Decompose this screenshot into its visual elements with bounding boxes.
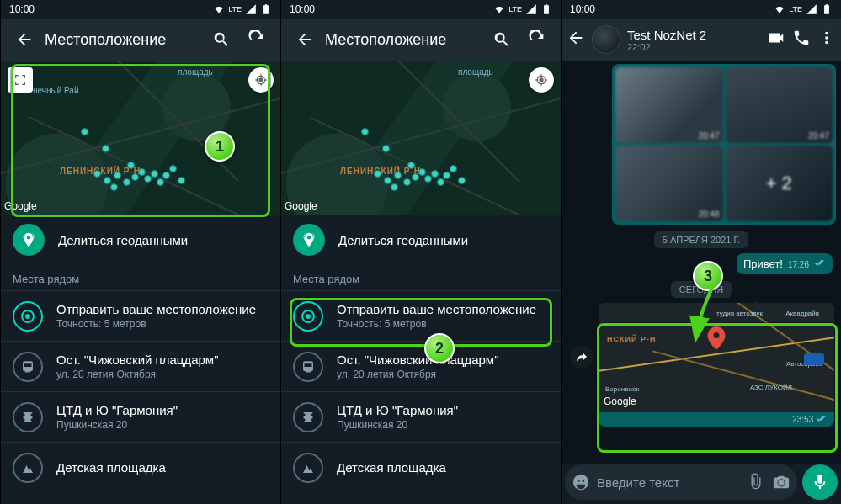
send-current-location-row[interactable]: Отправить ваше местоположение Точность: … (1, 290, 280, 341)
media-time: 20:47 (808, 131, 829, 141)
google-logo: Google (604, 395, 636, 407)
statusbar-time: 10:00 (570, 3, 595, 15)
google-logo: Google (285, 200, 317, 212)
panel-location-2: 10:00 LTE Местоположение ЛЕНИНСКИЙ Р-Н п… (280, 0, 561, 504)
search-button[interactable] (206, 24, 237, 55)
nearby-place-row[interactable]: Детская площадка (281, 442, 561, 492)
crosshair-icon (254, 73, 268, 87)
location-map-thumbnail: НСКИЙ Р-Н тудия автозвук Аквадрайв Автос… (599, 303, 834, 412)
back-button[interactable] (567, 29, 585, 50)
ticket-icon (293, 402, 323, 432)
network-label: LTE (508, 5, 522, 13)
chat-toolbar: Test NozNet 2 22:02 (562, 19, 841, 61)
media-cell[interactable]: 20:47 (615, 67, 723, 143)
nearby-place-row[interactable]: Детская площадка (1, 442, 280, 492)
panel-location-1: 10:00 LTE Местоположение ЛЕНИНСКИЙ Р-Н п… (0, 0, 280, 504)
wifi-icon (493, 3, 505, 15)
loc-district-label: НСКИЙ Р-Н (607, 335, 656, 343)
mic-button[interactable] (802, 464, 838, 500)
item-subtitle: Пушкинская 20 (56, 419, 178, 431)
live-location-icon (13, 224, 45, 256)
item-subtitle: ул. 20 летия Октября (56, 369, 218, 380)
back-button[interactable] (290, 24, 320, 55)
my-location-button[interactable] (248, 67, 274, 93)
phone-icon (792, 29, 811, 47)
refresh-button[interactable] (242, 24, 272, 55)
media-cell[interactable]: 20:48 (615, 146, 723, 221)
chat-last-seen: 22:02 (627, 42, 760, 52)
nearby-header: Места рядом (281, 264, 561, 290)
nearby-place-row[interactable]: Ост. "Чижовский плацдарм" ул. 20 летия О… (1, 341, 280, 391)
nearby-place-row[interactable]: Ост. "Чижовский плацдарм" ул. 20 летия О… (281, 341, 561, 391)
item-subtitle: ул. 20 летия Октября (337, 369, 498, 380)
map-preview[interactable]: ЛЕНИНСКИЙ Р-Н площадь нечный Рай Google (1, 61, 280, 215)
read-tick-icon (814, 259, 826, 268)
chat-name: Test NozNet 2 (627, 28, 760, 42)
battery-icon (821, 3, 833, 15)
media-time: 20:48 (698, 210, 719, 219)
signal-icon (525, 3, 537, 15)
voice-call-button[interactable] (792, 29, 811, 50)
statusbar-time: 10:00 (290, 3, 315, 15)
refresh-icon (248, 30, 266, 49)
page-title: Местоположение (45, 31, 201, 49)
item-subtitle: Точность: 5 метров (56, 318, 256, 330)
location-message[interactable]: НСКИЙ Р-Н тудия автозвук Аквадрайв Автос… (599, 303, 834, 427)
emoji-icon[interactable] (572, 473, 590, 491)
send-current-location-row[interactable]: Отправить ваше местоположение Точность: … (281, 290, 561, 341)
chat-title-block[interactable]: Test NozNet 2 22:02 (627, 28, 760, 52)
item-title: Отправить ваше местоположение (56, 302, 256, 316)
media-cell-more[interactable]: + 2 (726, 146, 833, 221)
statusbar-time: 10:00 (9, 3, 35, 15)
wifi-icon (774, 3, 785, 15)
refresh-button[interactable] (522, 24, 552, 55)
ticket-icon (13, 402, 43, 432)
search-icon (492, 30, 511, 49)
media-album[interactable]: 20:47 20:47 20:48 + 2 (612, 64, 836, 225)
map-markers (365, 136, 517, 204)
network-label: LTE (789, 5, 802, 13)
forward-icon (575, 350, 588, 363)
live-location-icon (293, 224, 325, 256)
message-bubble[interactable]: Привет! 17:26 (737, 253, 833, 274)
video-icon (767, 29, 785, 47)
forward-button[interactable] (570, 345, 593, 369)
message-input[interactable]: Введите текст (565, 464, 797, 500)
statusbar: 10:00 LTE (562, 0, 841, 19)
item-title: Детская площадка (337, 460, 446, 475)
fullscreen-button[interactable] (8, 67, 33, 93)
attach-icon[interactable] (747, 473, 765, 491)
share-live-location-row[interactable]: Делиться геоданными (281, 215, 561, 264)
pin-icon (707, 326, 726, 353)
more-vert-icon (817, 29, 836, 47)
avatar[interactable] (592, 25, 620, 54)
share-live-location-row[interactable]: Делиться геоданными (1, 215, 280, 264)
media-cell[interactable]: 20:47 (726, 67, 833, 143)
wifi-icon (213, 3, 225, 15)
crosshair-icon (535, 73, 548, 87)
composer: Введите текст (565, 464, 838, 501)
search-icon (212, 30, 231, 49)
input-placeholder: Введите текст (597, 475, 740, 490)
map-preview[interactable]: ЛЕНИНСКИЙ Р-Н площадь Google (281, 61, 561, 215)
bus-stop-icon (13, 352, 43, 382)
nearby-place-row[interactable]: ЦТД и Ю "Гармония" Пушкинская 20 (1, 391, 280, 442)
map-badge (804, 353, 824, 365)
chat-body[interactable]: 20:47 20:47 20:48 + 2 5 АПРЕЛЯ 2021 Г. П… (562, 61, 841, 464)
back-button[interactable] (9, 24, 40, 55)
mic-icon (811, 473, 829, 491)
search-button[interactable] (487, 24, 517, 55)
my-location-button[interactable] (529, 67, 554, 93)
camera-icon[interactable] (772, 473, 790, 491)
item-subtitle: Пушкинская 20 (337, 419, 458, 431)
video-call-button[interactable] (767, 29, 785, 50)
nearby-place-row[interactable]: ЦТД и Ю "Гармония" Пушкинская 20 (281, 391, 561, 442)
battery-icon (540, 3, 552, 15)
refresh-icon (528, 30, 546, 49)
map-poi-label-2: нечный Рай (33, 86, 79, 95)
read-tick-icon (816, 415, 828, 423)
page-title: Местоположение (325, 31, 482, 49)
signal-icon (806, 3, 817, 15)
signal-icon (245, 3, 257, 15)
more-button[interactable] (817, 29, 836, 50)
